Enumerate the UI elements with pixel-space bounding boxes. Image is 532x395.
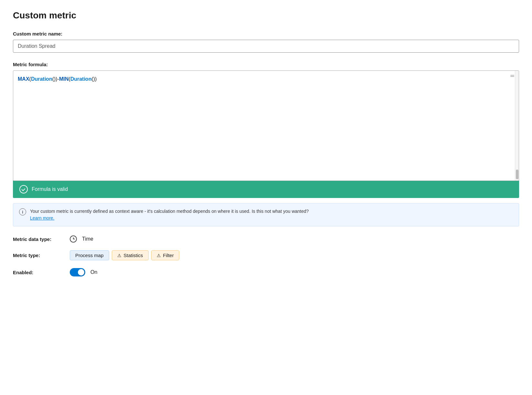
formula-field-label: Metric formula: bbox=[13, 62, 519, 67]
chip-process-map[interactable]: Process map bbox=[70, 250, 109, 260]
data-type-row: Metric data type: Time bbox=[13, 235, 519, 243]
metric-type-row: Metric type: Process map ⚠ Statistics ⚠ … bbox=[13, 250, 519, 260]
chip-statistics-warning-icon: ⚠ bbox=[117, 253, 121, 258]
formula-duration1: Duration bbox=[31, 76, 52, 82]
valid-message: Formula is valid bbox=[32, 186, 68, 192]
svg-rect-0 bbox=[510, 75, 514, 76]
clock-icon bbox=[70, 235, 77, 243]
formula-scrollbar[interactable] bbox=[515, 71, 519, 181]
formula-duration2: Duration bbox=[70, 76, 92, 82]
enabled-row: Enabled: On bbox=[13, 268, 519, 276]
info-box: i Your custom metric is currently define… bbox=[13, 203, 519, 226]
data-type-value: Time bbox=[82, 236, 93, 242]
chip-filter[interactable]: ⚠ Filter bbox=[151, 250, 179, 260]
chip-statistics[interactable]: ⚠ Statistics bbox=[112, 250, 149, 260]
chip-statistics-label: Statistics bbox=[124, 253, 143, 258]
info-message: Your custom metric is currently defined … bbox=[30, 209, 309, 214]
formula-scrollbar-thumb bbox=[516, 170, 518, 179]
enabled-toggle[interactable] bbox=[70, 268, 85, 276]
formula-close2: ()) bbox=[91, 76, 97, 82]
formula-max-fn: MAX bbox=[18, 76, 29, 82]
enabled-label: Enabled: bbox=[13, 270, 65, 275]
metric-name-input[interactable] bbox=[13, 40, 519, 53]
info-text: Your custom metric is currently defined … bbox=[30, 208, 309, 222]
name-field-label: Custom metric name: bbox=[13, 31, 519, 36]
formula-close1: ())- bbox=[52, 76, 59, 82]
formula-resize-handle[interactable] bbox=[510, 73, 515, 80]
formula-valid-banner: Formula is valid bbox=[13, 181, 519, 198]
clock-hand-minute bbox=[73, 239, 75, 239]
info-icon: i bbox=[19, 208, 26, 215]
chip-process-map-label: Process map bbox=[75, 253, 104, 258]
learn-more-link[interactable]: Learn more. bbox=[30, 215, 54, 221]
page-title: Custom metric bbox=[13, 10, 519, 21]
valid-check-icon bbox=[19, 185, 28, 193]
toggle-knob bbox=[78, 269, 84, 275]
formula-display[interactable]: MAX(Duration())-MIN(Duration()) bbox=[13, 71, 519, 181]
enabled-value: On bbox=[90, 269, 97, 275]
formula-editor-wrapper: MAX(Duration())-MIN(Duration()) bbox=[13, 70, 519, 181]
chip-filter-label: Filter bbox=[163, 253, 174, 258]
svg-rect-1 bbox=[510, 76, 514, 77]
metric-type-chips: Process map ⚠ Statistics ⚠ Filter bbox=[70, 250, 179, 260]
data-type-label: Metric data type: bbox=[13, 236, 65, 242]
chip-filter-warning-icon: ⚠ bbox=[157, 253, 161, 258]
metric-type-label: Metric type: bbox=[13, 253, 65, 258]
formula-min-fn: MIN bbox=[59, 76, 68, 82]
